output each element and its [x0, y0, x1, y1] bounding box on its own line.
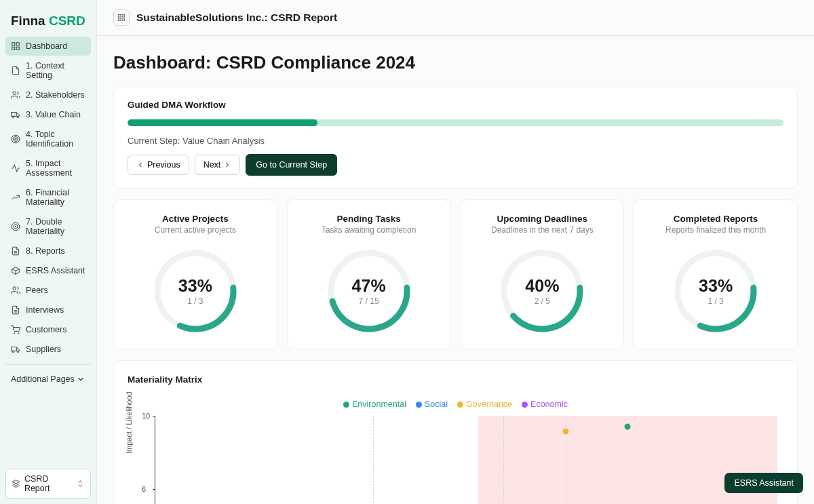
page-title: Dashboard: CSRD Compliance 2024	[113, 52, 798, 73]
nav-item-3-value-chain[interactable]: 3. Value Chain	[5, 105, 91, 124]
legend-dot	[522, 402, 528, 408]
stat-percent: 47%	[352, 276, 386, 296]
y-tick	[153, 489, 155, 490]
main: SustainableSolutions Inc.: CSRD Report D…	[97, 0, 814, 504]
legend-label: Social	[425, 400, 448, 409]
stat-subtitle: Deadlines in the next 7 days	[491, 225, 594, 235]
legend-label: Economic	[530, 400, 568, 409]
nav-item-customers[interactable]: Customers	[5, 320, 91, 339]
legend-item[interactable]: Environmental	[343, 400, 406, 409]
report-select[interactable]: CSRD Report	[5, 469, 91, 499]
svg-point-23	[12, 351, 14, 352]
workflow-title: Guided DMA Workflow	[128, 100, 783, 110]
layers-icon	[12, 479, 20, 488]
svg-point-7	[17, 116, 18, 117]
stat-fraction: 2 / 5	[535, 296, 550, 306]
nav-item-2-stakeholders[interactable]: 2. Stakeholders	[5, 85, 91, 104]
legend-dot	[457, 402, 463, 408]
legend-item[interactable]: Governance	[457, 400, 512, 409]
stat-card: Completed Reports Reports finalized this…	[634, 199, 798, 349]
nav-label: ESRS Assistant	[26, 266, 85, 275]
stat-title: Active Projects	[162, 214, 229, 224]
workflow-card: Guided DMA Workflow Current Step: Value …	[113, 87, 798, 189]
divider	[5, 364, 91, 365]
grid-vertical	[373, 416, 374, 504]
grid-vertical	[503, 416, 504, 504]
stat-progress-circle: 33% 1 / 3	[672, 247, 760, 335]
next-button[interactable]: Next	[195, 155, 241, 175]
chevron-left-icon	[136, 161, 144, 169]
topbar-title: SustainableSolutions Inc.: CSRD Report	[136, 12, 337, 24]
nav-item-interviews[interactable]: Interviews	[5, 301, 91, 319]
svg-rect-27	[122, 15, 125, 18]
nav-label: 3. Value Chain	[26, 110, 81, 119]
y-tick	[153, 416, 155, 416]
report-select-label: CSRD Report	[24, 474, 72, 493]
chevron-right-icon	[223, 161, 231, 169]
stat-progress-circle: 47% 7 / 15	[325, 247, 413, 335]
stat-card: Upcoming Deadlines Deadlines in the next…	[461, 199, 625, 349]
legend-dot	[343, 402, 349, 408]
additional-pages-toggle[interactable]: Additional Pages	[5, 370, 91, 388]
svg-rect-1	[16, 43, 19, 45]
previous-button[interactable]: Previous	[128, 155, 189, 175]
stat-progress-circle: 33% 1 / 3	[151, 247, 239, 335]
nav-item-4-topic-identification[interactable]: 4. Topic Identification	[5, 125, 91, 153]
legend-item[interactable]: Social	[416, 400, 448, 409]
svg-point-6	[12, 116, 14, 117]
nav-label: 8. Reports	[26, 246, 65, 256]
nav-label: 5. Impact Assessment	[26, 159, 85, 178]
nav-item-esrs-assistant[interactable]: ESRS Assistant	[5, 261, 91, 280]
additional-pages-label: Additional Pages	[11, 374, 75, 384]
stat-title: Completed Reports	[674, 214, 758, 224]
nav-item-suppliers[interactable]: Suppliers	[5, 340, 91, 359]
document-icon	[11, 66, 20, 75]
nav-label: Suppliers	[26, 345, 61, 354]
chevron-down-icon	[76, 374, 85, 384]
svg-rect-0	[12, 43, 15, 45]
legend-item[interactable]: Economic	[522, 400, 568, 409]
matrix-title: Materiality Matrix	[128, 374, 783, 385]
box-icon	[11, 266, 20, 275]
svg-point-13	[15, 226, 16, 227]
svg-point-10	[15, 138, 16, 140]
nav-item-peers[interactable]: Peers	[5, 281, 91, 300]
esrs-assistant-float-button[interactable]: ESRS Assistant	[724, 473, 803, 493]
nav-item-5-impact-assessment[interactable]: 5. Impact Assessment	[5, 154, 91, 182]
scatter-chart: Impact / Likelihood 106	[155, 416, 777, 504]
stat-subtitle: Reports finalized this month	[665, 225, 766, 235]
nav-label: 4. Topic Identification	[26, 130, 85, 149]
stat-progress-circle: 40% 2 / 5	[498, 247, 586, 335]
svg-rect-26	[119, 15, 121, 18]
nav-label: 1. Context Setting	[26, 61, 85, 80]
cart-icon	[11, 325, 20, 334]
svg-point-17	[13, 287, 16, 290]
nav-item-8-reports[interactable]: 8. Reports	[5, 241, 91, 260]
progress-track	[128, 119, 783, 126]
svg-rect-5	[12, 113, 17, 117]
nav-item-7-double-materiality[interactable]: 7. Double Materiality	[5, 212, 91, 241]
data-point-governance[interactable]	[562, 429, 568, 435]
progress-fill	[128, 119, 317, 126]
stat-fraction: 1 / 3	[187, 296, 203, 306]
svg-point-20	[14, 333, 15, 334]
sidebar: Finna CSRD Dashboard1. Context Setting2.…	[0, 0, 97, 504]
svg-rect-2	[12, 47, 15, 50]
trend-icon	[11, 193, 20, 202]
svg-point-12	[14, 225, 18, 229]
file-icon	[11, 305, 20, 315]
nav-label: 2. Stakeholders	[26, 90, 85, 100]
matrix-card: Materiality Matrix EnvironmentalSocialGo…	[113, 360, 798, 504]
stat-title: Upcoming Deadlines	[497, 214, 588, 224]
go-current-step-button[interactable]: Go to Current Step	[246, 154, 337, 176]
stat-percent: 33%	[178, 276, 212, 296]
nav-item-1-context-setting[interactable]: 1. Context Setting	[5, 56, 91, 85]
nav-label: Interviews	[26, 305, 64, 315]
nav-item-dashboard[interactable]: Dashboard	[5, 37, 91, 56]
svg-point-8	[12, 135, 20, 143]
app-grid-icon[interactable]	[113, 9, 130, 26]
nav-item-6-financial-materiality[interactable]: 6. Financial Materiality	[5, 183, 91, 212]
nav-label: 6. Financial Materiality	[26, 188, 85, 207]
legend-dot	[416, 402, 422, 408]
data-point-environmental[interactable]	[625, 423, 631, 429]
